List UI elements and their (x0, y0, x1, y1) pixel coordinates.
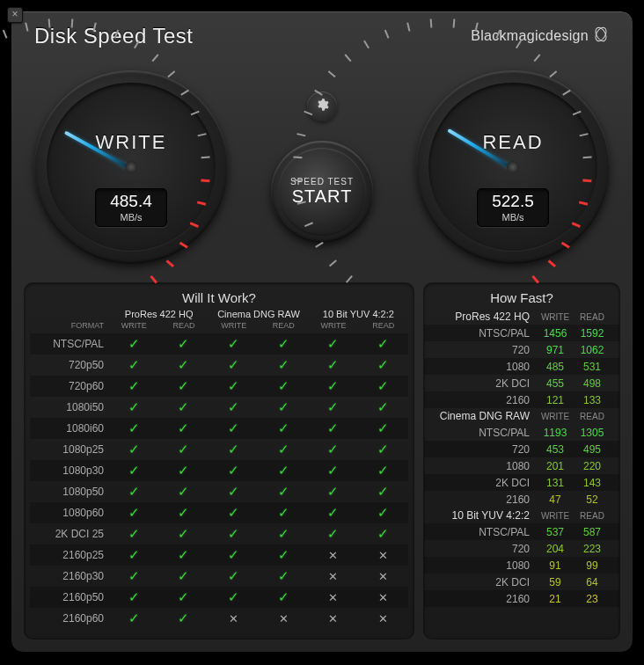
write-fps: 91 (537, 559, 574, 572)
close-button[interactable]: × (7, 7, 23, 23)
read-fps: 1062 (574, 344, 611, 356)
write-fps: 131 (537, 477, 574, 489)
section-name: 10 Bit YUV 4:2:2 (433, 509, 537, 522)
start-subtitle: SPEED TEST (290, 177, 354, 186)
row-label: 720 (433, 543, 537, 555)
brand-logo: Blackmagicdesign (471, 26, 610, 47)
read-fps: 143 (574, 477, 611, 489)
check-icon: ✓ (309, 442, 359, 457)
check-icon: ✓ (159, 378, 209, 394)
check-icon: ✓ (109, 505, 159, 521)
check-icon: ✓ (159, 589, 209, 605)
write-fps: 201 (537, 460, 574, 472)
table-row: 720453495 (424, 441, 619, 457)
check-icon: ✓ (358, 442, 408, 457)
row-label: 1080p30 (30, 464, 109, 477)
check-icon: ✓ (358, 463, 408, 479)
write-fps: 47 (537, 493, 574, 506)
write-reading: 485.4 MB/s (95, 188, 167, 227)
table-row: 1080485531 (424, 358, 619, 375)
table-row: 2K DCI131143 (424, 474, 619, 491)
check-icon: ✓ (109, 568, 159, 584)
check-icon: ✓ (259, 420, 309, 436)
table-row: 1080p60✓✓✓✓✓✓ (30, 502, 408, 523)
table-row: 2160p60✓✓✕✕✕✕ (30, 608, 408, 629)
check-icon: ✓ (159, 568, 209, 584)
check-icon: ✓ (109, 378, 159, 394)
check-icon: ✓ (358, 484, 408, 500)
check-icon: ✓ (259, 463, 309, 479)
table-row: 1080p50✓✓✓✓✓✓ (30, 481, 408, 502)
check-icon: ✓ (309, 357, 359, 373)
read-fps: 23 (574, 593, 611, 605)
check-icon: ✓ (259, 336, 309, 352)
write-unit: MB/s (96, 212, 166, 223)
check-icon: ✓ (259, 442, 309, 457)
check-icon: ✓ (259, 357, 309, 373)
table-row: 2K DCI5964 (424, 574, 619, 590)
group-header: 10 Bit YUV 4:2:2 (309, 309, 408, 319)
write-fps: 485 (537, 361, 574, 373)
check-icon: ✓ (109, 589, 159, 605)
check-icon: ✓ (209, 484, 259, 500)
row-label: 2K DCI (433, 377, 537, 390)
app-window: × Disk Speed Test Blackmagicdesign WRITE… (11, 11, 633, 653)
cross-icon: ✕ (358, 549, 408, 562)
center-column: SPEED TEST START (271, 91, 373, 243)
read-fps: 223 (574, 543, 611, 555)
brand-text: Blackmagicdesign (471, 28, 589, 44)
start-button[interactable]: SPEED TEST START (271, 141, 373, 243)
section-header: Cinema DNG RAWWRITEREAD (424, 408, 619, 424)
table-row: 21604752 (424, 491, 619, 508)
will-it-work-title: Will It Work? (25, 283, 413, 309)
write-fps: 1193 (537, 427, 574, 439)
cross-icon: ✕ (309, 591, 359, 604)
table-row: NTSC/PAL537587 (424, 523, 619, 540)
will-it-work-group-header: ProRes 422 HQ Cinema DNG RAW 10 Bit YUV … (25, 309, 413, 321)
read-fps: 587 (574, 526, 611, 538)
row-label: 2160p60 (30, 612, 109, 625)
write-value: 485.4 (96, 191, 166, 212)
check-icon: ✓ (159, 484, 209, 500)
read-fps: 64 (574, 576, 611, 588)
check-icon: ✓ (209, 378, 259, 394)
write-needle-cap (125, 161, 137, 173)
check-icon: ✓ (159, 610, 209, 626)
write-fps: 455 (537, 377, 574, 390)
check-icon: ✓ (309, 463, 359, 479)
table-row: 1080i50✓✓✓✓✓✓ (30, 397, 408, 418)
check-icon: ✓ (259, 505, 309, 521)
row-label: 2160p50 (30, 591, 109, 603)
check-icon: ✓ (159, 442, 209, 457)
check-icon: ✓ (209, 357, 259, 373)
check-icon: ✓ (309, 399, 359, 415)
table-row: 2160p50✓✓✓✓✕✕ (30, 587, 408, 608)
cross-icon: ✕ (309, 549, 359, 562)
row-label: 2160p25 (30, 549, 109, 561)
will-it-work-subheader: FORMAT WRITE READ WRITE READ WRITE READ (25, 321, 413, 333)
gauge-row: WRITE 485.4 MB/s SPEED TEST START (11, 57, 633, 277)
cross-icon: ✕ (358, 570, 408, 583)
table-row: 2160p25✓✓✓✓✕✕ (30, 544, 408, 566)
settings-button[interactable] (307, 91, 337, 121)
format-label: FORMAT (30, 321, 109, 330)
write-fps: 21 (537, 593, 574, 605)
write-fps: 453 (537, 443, 574, 456)
table-row: 2160p30✓✓✓✓✕✕ (30, 566, 408, 587)
write-fps: 204 (537, 543, 574, 555)
cross-icon: ✕ (309, 570, 359, 583)
check-icon: ✓ (358, 357, 408, 373)
check-icon: ✓ (159, 420, 209, 436)
check-icon: ✓ (358, 336, 408, 352)
check-icon: ✓ (109, 399, 159, 415)
table-row: 1080p25✓✓✓✓✓✓ (30, 439, 408, 460)
cross-icon: ✕ (209, 612, 259, 625)
read-value: 522.5 (478, 191, 548, 212)
row-label: 2160p30 (30, 570, 109, 582)
read-fps: 1592 (574, 327, 611, 340)
check-icon: ✓ (109, 484, 159, 500)
cross-icon: ✕ (358, 591, 408, 604)
table-row: NTSC/PAL✓✓✓✓✓✓ (30, 333, 408, 354)
check-icon: ✓ (109, 357, 159, 373)
write-gauge-face: WRITE 485.4 MB/s (47, 83, 216, 252)
